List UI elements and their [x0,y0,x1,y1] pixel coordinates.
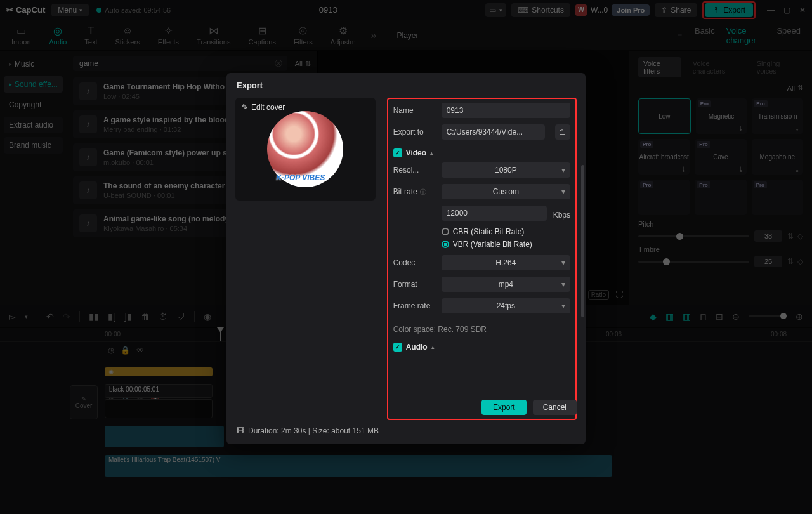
chevron-down-icon: ▾ [561,187,565,196]
modal-title: Export [226,73,586,98]
pencil-icon: ✎ [242,103,248,112]
cover-preview: ✎Edit cover [235,98,376,201]
info-icon[interactable]: ⓘ [419,188,427,195]
codec-select[interactable]: H.264▾ [442,255,570,270]
chevron-down-icon: ▾ [561,301,565,310]
audio-checkbox[interactable]: ✓ [393,343,402,352]
name-field[interactable] [442,103,570,118]
chevron-down-icon: ▾ [561,258,565,267]
cbr-radio[interactable]: CBR (Static Bit Rate) [393,227,570,236]
export-confirm-button[interactable]: Export [481,400,527,415]
name-label: Name [393,106,435,115]
cover-image [267,111,343,187]
collapse-icon[interactable]: ▴ [430,150,433,156]
fps-label: Frame rate [393,301,435,310]
duration-info: 🎞 Duration: 2m 30s | Size: about 151 MB [237,426,379,435]
highlight-export-settings: Name Export to C:/Users/93444/Vide... 🗀 … [387,98,577,420]
format-label: Format [393,280,435,289]
audio-section-title: Audio [406,343,428,352]
bitrate-number-field[interactable] [442,206,547,221]
folder-icon: 🗀 [559,128,566,136]
chevron-down-icon: ▾ [561,166,565,175]
chevron-down-icon: ▾ [561,280,565,289]
scrollbar-thumb[interactable] [581,165,584,317]
collapse-icon[interactable]: ▴ [431,344,435,350]
video-section-title: Video [406,148,426,157]
format-select[interactable]: mp4▾ [442,277,570,292]
film-icon: 🎞 [237,426,244,435]
resolution-select[interactable]: 1080P▾ [442,162,570,178]
bitrate-label: Bit rate ⓘ [393,187,435,197]
video-checkbox[interactable]: ✓ [393,148,402,157]
cancel-button[interactable]: Cancel [533,400,577,415]
color-space-note: Color space: Rec. 709 SDR [393,325,570,334]
export-modal: Export ✎Edit cover Name Export to C:/Use… [226,73,586,444]
resolution-label: Resol... [393,166,435,175]
bitrate-select[interactable]: Custom▾ [442,184,570,199]
export-path-field[interactable]: C:/Users/93444/Vide... [442,124,545,140]
edit-cover-button[interactable]: ✎Edit cover [242,103,285,112]
fps-select[interactable]: 24fps▾ [442,298,570,313]
browse-folder-button[interactable]: 🗀 [555,124,570,140]
codec-label: Codec [393,258,435,267]
bitrate-unit: Kbps [553,208,570,220]
vbr-radio[interactable]: VBR (Variable Bit Rate) [393,240,570,249]
export-to-label: Export to [393,128,435,136]
